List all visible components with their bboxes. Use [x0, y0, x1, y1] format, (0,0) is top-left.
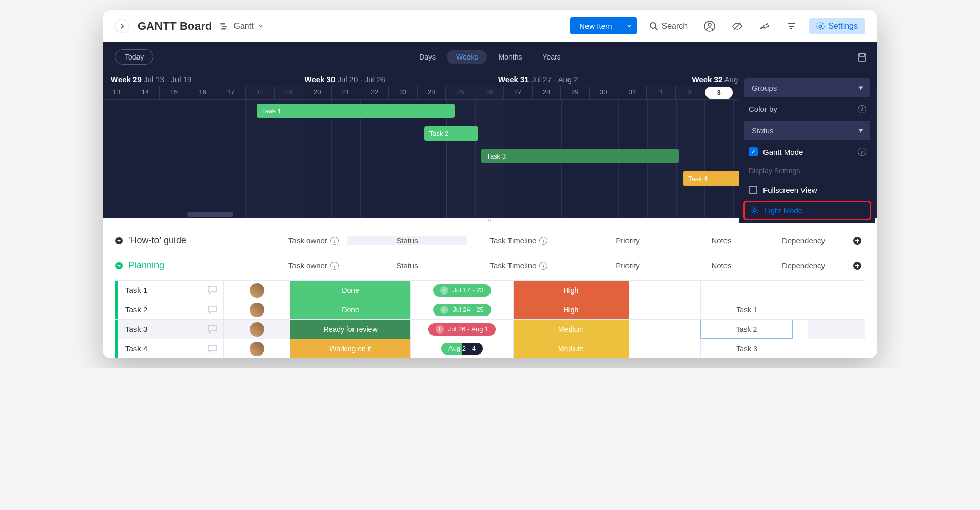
day-cell[interactable]: 16: [188, 86, 217, 99]
day-cell[interactable]: 23: [389, 86, 418, 99]
task-name-cell[interactable]: Task 4: [118, 339, 223, 358]
settings-button[interactable]: Settings: [809, 18, 865, 34]
priority-cell[interactable]: High: [513, 300, 629, 319]
day-cell[interactable]: 3: [705, 87, 734, 99]
status-cell[interactable]: Ready for review: [290, 320, 410, 339]
light-mode-row[interactable]: Light Mode: [743, 201, 871, 220]
timeline-cell[interactable]: ✓Jul 24 - 25: [410, 300, 513, 319]
timeline-cell[interactable]: ✓Jul 17 - 23: [410, 281, 513, 300]
day-cell[interactable]: 2: [676, 86, 704, 99]
dependency-cell[interactable]: Task 2: [700, 320, 793, 339]
color-by-select[interactable]: Status ▾: [744, 121, 870, 140]
dependency-cell[interactable]: [700, 281, 793, 300]
day-cell[interactable]: 28: [533, 86, 561, 99]
group-name[interactable]: 'How-to' guide: [128, 235, 186, 246]
col-owner[interactable]: Task owneri: [280, 261, 347, 270]
day-cell[interactable]: 30: [590, 86, 618, 99]
day-cell[interactable]: 31: [618, 86, 647, 99]
owner-cell[interactable]: [223, 300, 290, 319]
col-notes[interactable]: Notes: [685, 236, 757, 245]
status-cell[interactable]: Done: [290, 300, 410, 319]
day-cell[interactable]: 25: [446, 86, 475, 99]
export-button[interactable]: [857, 52, 867, 63]
owner-cell[interactable]: [223, 339, 290, 358]
notes-cell[interactable]: [629, 320, 700, 339]
day-cell[interactable]: 17: [217, 86, 246, 99]
col-priority[interactable]: Priority: [570, 261, 685, 270]
dependency-cell[interactable]: Task 1: [700, 300, 793, 319]
notes-cell[interactable]: [629, 339, 700, 358]
day-cell[interactable]: 20: [303, 86, 332, 99]
scale-tab-weeks[interactable]: Weeks: [447, 50, 487, 64]
person-filter-button[interactable]: [700, 18, 719, 34]
gantt-bar[interactable]: Task 2: [424, 126, 479, 141]
groups-select[interactable]: Groups ▾: [744, 78, 870, 97]
task-name-cell[interactable]: Task 2: [118, 300, 223, 319]
scale-tab-days[interactable]: Days: [410, 50, 445, 64]
group-name[interactable]: Planning: [128, 260, 164, 271]
hide-button[interactable]: [728, 18, 747, 34]
table-row[interactable]: Task 4Working on itAug 2 - 4MediumTask 3: [115, 339, 865, 358]
dependency-cell[interactable]: Task 3: [700, 339, 793, 358]
priority-cell[interactable]: Medium: [513, 320, 629, 339]
day-cell[interactable]: 18: [246, 86, 275, 99]
col-timeline[interactable]: Task Timelinei: [467, 236, 570, 245]
day-cell[interactable]: 1: [646, 86, 676, 99]
notes-cell[interactable]: [629, 281, 700, 300]
today-button[interactable]: Today: [115, 49, 153, 65]
pin-button[interactable]: [755, 19, 774, 33]
day-cell[interactable]: 15: [160, 86, 188, 99]
task-name-cell[interactable]: Task 3: [118, 320, 223, 339]
chat-icon[interactable]: [207, 324, 218, 335]
add-column-button[interactable]: [850, 236, 865, 245]
info-icon[interactable]: i: [858, 148, 866, 156]
task-name-cell[interactable]: Task 1: [118, 281, 223, 300]
gantt-mode-checkbox[interactable]: ✓: [749, 147, 758, 156]
view-selector[interactable]: Gantt: [220, 22, 263, 31]
chat-icon[interactable]: [207, 343, 218, 355]
col-priority[interactable]: Priority: [570, 236, 685, 245]
col-status[interactable]: Status: [347, 261, 467, 270]
day-cell[interactable]: 24: [418, 86, 446, 99]
day-cell[interactable]: 22: [360, 86, 389, 99]
collapse-toggle[interactable]: [115, 262, 123, 270]
day-cell[interactable]: 13: [103, 86, 131, 99]
day-cell[interactable]: 21: [332, 86, 361, 99]
table-row[interactable]: Task 3Ready for review!Jul 26 - Aug 1Med…: [115, 319, 865, 339]
filter-button[interactable]: [782, 19, 800, 33]
scale-tab-years[interactable]: Years: [534, 50, 570, 64]
priority-cell[interactable]: Medium: [513, 339, 629, 358]
info-icon[interactable]: i: [858, 105, 866, 113]
owner-cell[interactable]: [223, 281, 290, 300]
gantt-bar[interactable]: Task 3: [481, 149, 679, 163]
timeline-cell[interactable]: Aug 2 - 4: [410, 339, 513, 358]
collapse-toggle[interactable]: [115, 237, 123, 245]
day-cell[interactable]: 19: [275, 86, 303, 99]
col-dependency[interactable]: Dependency: [757, 236, 850, 245]
col-owner[interactable]: Task owneri: [280, 236, 347, 245]
col-notes[interactable]: Notes: [685, 261, 757, 270]
day-cell[interactable]: 14: [131, 86, 160, 99]
gantt-bar[interactable]: Task 1: [257, 104, 454, 118]
day-cell[interactable]: 26: [475, 86, 504, 99]
col-dependency[interactable]: Dependency: [757, 261, 850, 270]
add-column-button[interactable]: [850, 261, 865, 270]
status-cell[interactable]: Done: [290, 281, 410, 300]
notes-cell[interactable]: [629, 300, 700, 319]
scale-tab-months[interactable]: Months: [489, 50, 532, 64]
col-status[interactable]: Status: [347, 236, 467, 245]
status-cell[interactable]: Working on it: [290, 339, 410, 358]
chat-icon[interactable]: [207, 285, 218, 296]
table-row[interactable]: Task 2Done✓Jul 24 - 25HighTask 1: [115, 300, 865, 319]
day-cell[interactable]: 27: [504, 86, 533, 99]
timeline-cell[interactable]: !Jul 26 - Aug 1: [410, 320, 513, 339]
priority-cell[interactable]: High: [513, 281, 629, 300]
search-button[interactable]: Search: [645, 19, 692, 33]
day-cell[interactable]: 29: [561, 86, 590, 99]
expand-sidebar-button[interactable]: [115, 19, 129, 33]
fullscreen-row[interactable]: Fullscreen View: [741, 180, 873, 200]
owner-cell[interactable]: [223, 320, 290, 339]
table-row[interactable]: Task 1Done✓Jul 17 - 23High: [115, 280, 865, 300]
col-timeline[interactable]: Task Timelinei: [467, 261, 570, 270]
new-item-button[interactable]: New Item: [570, 17, 621, 34]
